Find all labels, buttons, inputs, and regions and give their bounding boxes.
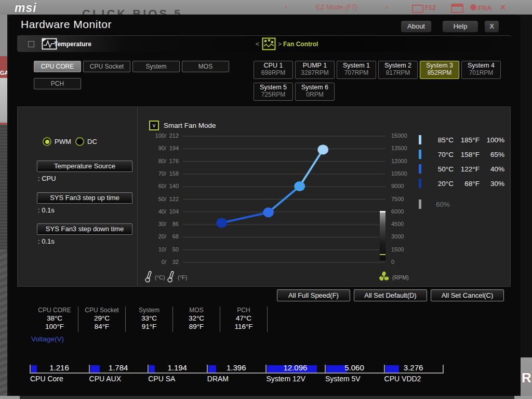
- readout-fahrenheit: 91°F: [126, 323, 172, 331]
- fan-cell[interactable]: System 2 817RPM: [378, 61, 418, 79]
- smart-fan-checkbox[interactable]: v: [149, 121, 159, 130]
- fan-rpm: 3287RPM: [296, 69, 334, 76]
- voltage-value: 1.784: [89, 363, 148, 372]
- manual-speed-legend: 60%: [419, 200, 450, 209]
- legend-row: 20°C 68°F 30%: [419, 176, 507, 191]
- readout-column: System 33°C 91°F: [126, 307, 173, 332]
- voltage-value: 1.396: [207, 363, 266, 372]
- fan-cell[interactable]: System 6 0RPM: [295, 83, 335, 101]
- fan-curve-legend: 85°C 185°F 100% 70°C 158°F 65% 50°C 122°…: [419, 132, 507, 191]
- fan-cell[interactable]: System 4 701RPM: [461, 61, 501, 79]
- thermometer-fahrenheit-icon: [167, 270, 175, 284]
- bios-screen: msi CLICK BIOS 5 › EZ Mode (F7) › F12 FR…: [0, 0, 532, 399]
- voltage-gauges: 1.216 CPU Core 1.784 CPU AUX 1.194 CPU S…: [30, 363, 445, 387]
- voltage-label: System 5V: [325, 375, 361, 383]
- readout-fahrenheit: 84°F: [78, 323, 125, 331]
- action-button[interactable]: All Set Cancel(C): [431, 289, 504, 301]
- collapse-checkbox-icon[interactable]: [28, 41, 34, 47]
- temp-tab[interactable]: CPU Socket: [83, 61, 130, 72]
- temperature-source-button[interactable]: Temperature Source: [37, 161, 132, 172]
- fan-rpm: 698RPM: [254, 69, 292, 76]
- prev-section-arrow[interactable]: <: [256, 41, 259, 48]
- smart-fan-label: Smart Fan Mode: [164, 122, 216, 129]
- readout-column: PCH 47°C 116°F: [220, 307, 268, 332]
- temp-tab[interactable]: MOS: [182, 61, 229, 72]
- readout-fahrenheit: 100°F: [31, 323, 78, 331]
- action-buttons: All Full Speed(F)All Set Default(D)All S…: [277, 289, 504, 301]
- action-button[interactable]: All Set Default(D): [354, 289, 427, 301]
- readout-celsius: 38°C: [31, 314, 78, 323]
- fan-selector-grid: CPU 1 698RPM PUMP 1 3287RPM System 1 707…: [254, 61, 503, 104]
- pwm-radio[interactable]: [43, 137, 51, 146]
- slider-handle[interactable]: [380, 211, 385, 212]
- f12-label[interactable]: F12: [425, 4, 436, 11]
- manual-legend-percent: 60%: [436, 201, 450, 208]
- section-header-band: Temperature < > Fan Control: [17, 35, 511, 52]
- readout-label: System: [126, 307, 172, 314]
- legend-color-bar: [419, 135, 421, 144]
- dc-radio[interactable]: [75, 137, 84, 146]
- fan-curve-svg: [180, 131, 388, 265]
- fan-cell[interactable]: CPU 1 698RPM: [254, 61, 293, 79]
- legend-row: 85°C 185°F 100%: [419, 132, 507, 147]
- fan-curve-point[interactable]: [216, 218, 227, 228]
- fan-cell[interactable]: PUMP 1 3287RPM: [295, 61, 335, 79]
- voltage-section-title: Voltage(V): [31, 335, 64, 343]
- thermometer-celsius-icon: [144, 270, 153, 284]
- manual-speed-slider[interactable]: [379, 210, 386, 261]
- legend-celsius: 70°C: [429, 151, 454, 158]
- readout-label: CPU Socket: [78, 307, 125, 314]
- temperature-readouts: CPU CORE 38°C 100°F CPU Socket 29°C 84°F…: [31, 307, 268, 332]
- fan-name: System 5: [254, 84, 292, 91]
- action-button[interactable]: All Full Speed(F): [277, 289, 350, 301]
- fan-rpm: 725RPM: [254, 91, 292, 98]
- temp-tab[interactable]: System: [132, 61, 180, 72]
- fan-control-section-label: Fan Control: [283, 41, 318, 48]
- fan-name: System 4: [462, 62, 500, 69]
- voltage-gauge: 12.096 System 12V: [265, 363, 325, 387]
- help-button[interactable]: Help: [443, 21, 478, 32]
- background-topbar: msi CLICK BIOS 5 › EZ Mode (F7) › F12 FR…: [0, 0, 532, 15]
- step-up-time-button[interactable]: SYS Fan3 step up time: [37, 192, 132, 204]
- fan-curve-point[interactable]: [317, 145, 328, 155]
- about-button[interactable]: About: [401, 21, 431, 32]
- legend-percent: 40%: [480, 165, 504, 173]
- temp-tab[interactable]: PCH: [34, 78, 81, 89]
- temperature-tabs: CPU CORECPU SocketSystemMOSPCH: [34, 61, 242, 95]
- readout-celsius: 33°C: [126, 314, 172, 323]
- readout-column: MOS 32°C 89°F: [173, 307, 220, 332]
- fan-cell[interactable]: System 5 725RPM: [254, 83, 293, 101]
- fan-cell[interactable]: System 3 852RPM: [420, 61, 459, 79]
- fan-control-icon: [262, 37, 276, 50]
- readout-label: MOS: [173, 307, 220, 314]
- legend-fahrenheit: 122°F: [454, 165, 480, 173]
- legend-fahrenheit: 68°F: [454, 180, 480, 188]
- legend-color-bar: [419, 164, 421, 174]
- legend-celsius: 85°C: [429, 136, 454, 144]
- step-down-time-button[interactable]: SYS Fan3 step down time: [37, 223, 132, 235]
- legend-percent: 65%: [480, 151, 504, 158]
- hardware-monitor-dialog: Hardware Monitor About Help X Temperatur…: [8, 15, 521, 396]
- ez-mode-button[interactable]: EZ Mode (F7): [316, 3, 357, 11]
- voltage-label: CPU SA: [148, 375, 175, 383]
- readout-label: PCH: [220, 307, 267, 314]
- fan-curve-point[interactable]: [294, 181, 305, 191]
- gaming-label-fragment: GA: [0, 56, 7, 78]
- background-bottom-strip: [0, 396, 532, 399]
- legend-percent: 30%: [480, 180, 504, 188]
- page-title: Hardware Monitor: [21, 18, 112, 31]
- fan-name: CPU 1: [254, 62, 292, 69]
- fan-curve-point[interactable]: [263, 207, 274, 217]
- readout-celsius: 32°C: [173, 314, 220, 323]
- manual-legend-bar: [419, 200, 421, 209]
- fahrenheit-axis-label: (°F): [178, 274, 187, 281]
- voltage-gauge: 1.784 CPU AUX: [89, 363, 148, 387]
- language-button[interactable]: FRA: [478, 4, 492, 12]
- temp-tab[interactable]: CPU CORE: [34, 61, 81, 72]
- fan-cell[interactable]: System 1 707RPM: [337, 61, 376, 79]
- voltage-gauge: 1.396 DRAM: [207, 363, 266, 387]
- fan-name: System 1: [337, 62, 376, 69]
- close-button[interactable]: X: [485, 21, 499, 32]
- next-section-arrow[interactable]: >: [278, 41, 282, 48]
- voltage-value: 3.276: [384, 363, 443, 372]
